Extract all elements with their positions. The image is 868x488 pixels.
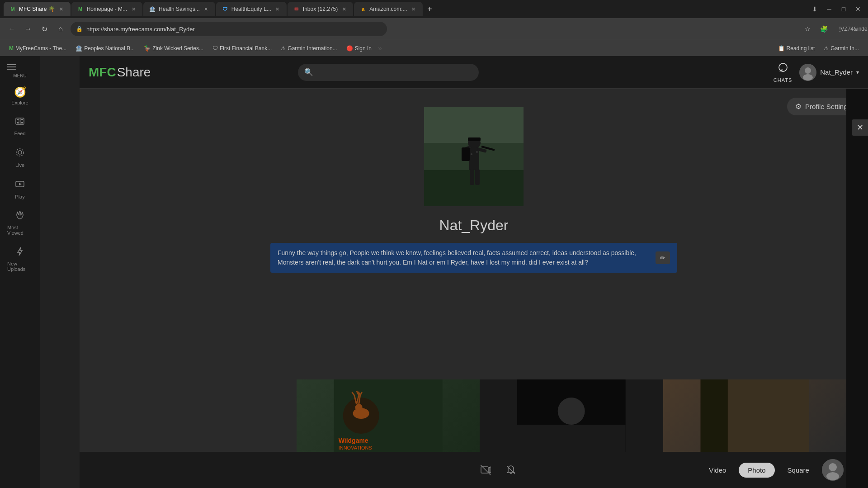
downloads-icon[interactable]: ⬇	[808, 3, 821, 15]
svg-rect-37	[517, 425, 626, 452]
tab-close-btn[interactable]: ✕	[130, 5, 137, 13]
extensions-icon[interactable]: 🧩	[817, 23, 830, 35]
photo-btn[interactable]: Photo	[739, 463, 774, 478]
maximize-btn[interactable]: □	[837, 3, 850, 15]
bookmarks-sep: »	[378, 44, 382, 52]
tab-close-btn[interactable]: ✕	[410, 5, 417, 13]
sidebar-menu-toggle[interactable]	[4, 60, 36, 74]
most-viewed-label: Most Viewed	[7, 225, 33, 236]
radio-icon	[14, 147, 25, 161]
logo: MFC Share	[89, 65, 151, 80]
svg-rect-25	[470, 169, 474, 185]
tab-healthequity[interactable]: 🛡 HealthEquity L... ✕	[216, 2, 287, 16]
sidebar-item-play[interactable]: Play	[4, 174, 36, 204]
svg-point-12	[779, 63, 787, 71]
bookmark-garmin[interactable]: ⚠ Garmin Internation...	[277, 43, 340, 53]
search-bar[interactable]: 🔍	[298, 64, 479, 81]
svg-rect-40	[727, 379, 809, 452]
svg-point-14	[805, 67, 811, 74]
tab-mfc-share[interactable]: M MFC Share 🌴 ✕	[4, 2, 71, 16]
square-btn[interactable]: Square	[778, 463, 818, 478]
bookmark-label: Sign In	[355, 45, 372, 52]
reload-btn[interactable]: ↻	[38, 23, 51, 35]
tab-homepage[interactable]: M Homepage - M... ✕	[71, 2, 142, 16]
tab-title: Amazon.com:...	[369, 6, 407, 12]
content-strip: Wildgame INNOVATIONS	[297, 379, 846, 452]
video-btn[interactable]: Video	[700, 463, 735, 478]
no-bell-icon[interactable]	[502, 461, 520, 479]
sidebar-item-new-uploads[interactable]: New Uploads	[4, 242, 36, 276]
reading-list-btn[interactable]: 📋 Reading list	[774, 43, 819, 53]
sidebar-item-feed[interactable]: Feed	[4, 112, 36, 141]
bookmark-peoples[interactable]: 🏦 Peoples National B...	[72, 43, 138, 53]
avatar	[799, 64, 816, 81]
sidebar-item-most-viewed[interactable]: Most Viewed	[4, 206, 36, 240]
home-btn[interactable]: ⌂	[54, 23, 67, 35]
bookmark-favicon: 🦆	[144, 45, 151, 52]
edit-bio-btn[interactable]: ✏	[656, 251, 670, 264]
svg-text:Wildgame: Wildgame	[339, 437, 368, 444]
sidebar-item-explore[interactable]: 🧭 Explore	[4, 82, 36, 110]
tab-amazon[interactable]: a Amazon.com:... ✕	[354, 2, 422, 16]
tab-title: Homepage - M...	[87, 6, 127, 12]
minimize-btn[interactable]: ─	[823, 3, 835, 15]
svg-marker-11	[18, 247, 22, 256]
tab-health-savings[interactable]: 🏦 Health Savings... ✕	[143, 2, 215, 16]
tab-close-btn[interactable]: ✕	[274, 5, 281, 13]
svg-point-8	[16, 149, 24, 156]
bookmark-myfreecams[interactable]: M MyFreeCams - The...	[5, 43, 70, 53]
sidebar-item-live[interactable]: Live	[4, 142, 36, 172]
bookmark-zink[interactable]: 🦆 Zink Wicked Series...	[140, 43, 207, 53]
forward-btn[interactable]: →	[22, 23, 34, 35]
nav-right-icons: ☆ 🧩 ⋮ VZ74&inde...	[801, 23, 863, 35]
bookmark-favicon: ⚠	[281, 45, 286, 52]
bottom-bar: Video Photo Square 3 2	[80, 452, 868, 488]
tab-title: Health Savings...	[159, 6, 200, 12]
tab-close-btn[interactable]: ✕	[340, 5, 348, 13]
svg-point-48	[826, 472, 839, 480]
back-btn[interactable]: ←	[5, 23, 18, 35]
svg-text:INNOVATIONS: INNOVATIONS	[339, 445, 372, 450]
close-panel-btn[interactable]: ✕	[852, 119, 868, 136]
dropdown-arrow-icon: ▾	[856, 69, 859, 76]
user-profile-btn[interactable]: Nat_Ryder ▾	[799, 64, 859, 81]
browser-frame: M MFC Share 🌴 ✕ M Homepage - M... ✕ 🏦 He…	[0, 0, 868, 56]
bookmark-label: Peoples National B...	[84, 45, 135, 52]
thumbnail-2[interactable]	[480, 379, 663, 452]
tab-title: HealthEquity L...	[231, 6, 271, 12]
bookmark-signin[interactable]: 🔴 Sign In	[343, 43, 375, 53]
tab-title: MFC Share 🌴	[19, 6, 55, 12]
bookmark-favicon: 🏦	[75, 45, 82, 52]
tab-close-btn[interactable]: ✕	[203, 5, 210, 13]
chat-bubble-icon	[777, 62, 789, 76]
thumbnail-1[interactable]: Wildgame INNOVATIONS	[297, 379, 480, 452]
hamburger-icon	[7, 64, 16, 70]
tab-bar: M MFC Share 🌴 ✕ M Homepage - M... ✕ 🏦 He…	[0, 0, 868, 18]
search-input[interactable]	[317, 69, 472, 76]
bookmark-garmin2[interactable]: ⚠ Garmin In...	[820, 43, 863, 53]
close-btn[interactable]: ✕	[852, 3, 864, 15]
address-bar[interactable]: 🔒 https://share.myfreecams.com/Nat_Ryder	[71, 22, 387, 36]
bookmark-firstfinancial[interactable]: 🛡 First Financial Bank...	[209, 43, 275, 53]
chats-label: CHATS	[774, 77, 792, 83]
bookmark-label: MyFreeCams - The...	[15, 45, 66, 52]
profile-username: Nat_Ryder	[439, 217, 509, 234]
no-video-icon[interactable]	[476, 461, 495, 479]
star-icon[interactable]: ☆	[801, 23, 814, 35]
bookmark-label: First Financial Bank...	[220, 45, 272, 52]
tab-gmail[interactable]: ✉ Inbox (12,275) ✕	[288, 2, 353, 16]
app-container: MENU 🧭 Explore Feed	[0, 56, 868, 488]
explore-label: Explore	[11, 100, 28, 105]
thumbnail-3[interactable]	[663, 379, 846, 452]
new-tab-btn[interactable]: +	[424, 3, 436, 15]
bio-container: Funny the way things go, People we think…	[270, 243, 677, 273]
reading-list-label: Reading list	[787, 45, 815, 52]
logo-share-text: Share	[117, 65, 151, 80]
svg-rect-4	[21, 122, 23, 123]
tab-close-btn[interactable]: ✕	[58, 5, 65, 13]
svg-rect-3	[17, 122, 19, 123]
svg-point-7	[18, 151, 22, 154]
chats-btn[interactable]: CHATS	[774, 62, 792, 83]
tab-favicon: 🛡	[222, 5, 229, 13]
tab-title: Inbox (12,275)	[303, 6, 338, 12]
